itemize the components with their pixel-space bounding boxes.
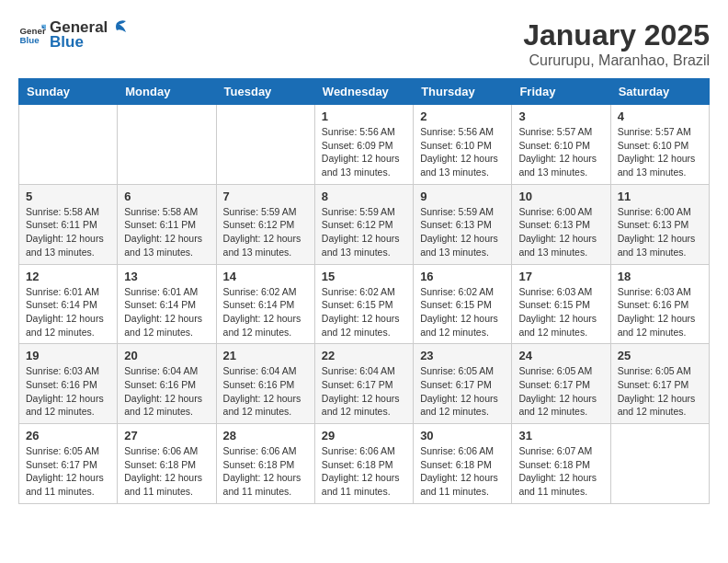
day-info: Sunrise: 6:03 AM Sunset: 6:16 PM Dayligh…	[618, 285, 702, 339]
day-of-week-header: Sunday	[19, 79, 118, 105]
day-info: Sunrise: 5:59 AM Sunset: 6:12 PM Dayligh…	[322, 205, 406, 259]
title-section: January 2025 Cururupu, Maranhao, Brazil	[523, 18, 710, 69]
day-info: Sunrise: 6:04 AM Sunset: 6:16 PM Dayligh…	[124, 364, 209, 419]
calendar-day-cell: 6Sunrise: 5:58 AM Sunset: 6:11 PM Daylig…	[118, 184, 216, 264]
calendar-day-cell: 13Sunrise: 6:01 AM Sunset: 6:14 PM Dayli…	[118, 264, 216, 344]
header: General Blue General Blue January 2025 C…	[18, 18, 710, 69]
day-info: Sunrise: 6:02 AM Sunset: 6:14 PM Dayligh…	[223, 285, 308, 339]
calendar-day-cell: 1Sunrise: 5:56 AM Sunset: 6:09 PM Daylig…	[314, 105, 413, 185]
day-number: 15	[322, 270, 406, 283]
day-info: Sunrise: 6:02 AM Sunset: 6:15 PM Dayligh…	[420, 285, 505, 339]
day-of-week-header: Thursday	[414, 79, 512, 105]
day-number: 20	[124, 349, 209, 362]
day-number: 19	[26, 349, 110, 362]
calendar-day-cell: 15Sunrise: 6:02 AM Sunset: 6:15 PM Dayli…	[314, 264, 413, 344]
day-number: 6	[124, 190, 209, 203]
day-number: 4	[618, 109, 702, 123]
day-info: Sunrise: 6:05 AM Sunset: 6:17 PM Dayligh…	[518, 364, 603, 419]
day-number: 18	[618, 270, 702, 283]
day-number: 9	[420, 190, 505, 203]
day-info: Sunrise: 5:58 AM Sunset: 6:11 PM Dayligh…	[26, 205, 110, 259]
calendar-day-cell: 11Sunrise: 6:00 AM Sunset: 6:13 PM Dayli…	[610, 184, 709, 264]
day-number: 21	[223, 349, 308, 362]
calendar-day-cell: 4Sunrise: 5:57 AM Sunset: 6:10 PM Daylig…	[610, 105, 709, 185]
calendar-week-row: 26Sunrise: 6:05 AM Sunset: 6:17 PM Dayli…	[19, 424, 710, 504]
calendar-day-cell: 24Sunrise: 6:05 AM Sunset: 6:17 PM Dayli…	[512, 344, 610, 424]
calendar-day-cell: 27Sunrise: 6:06 AM Sunset: 6:18 PM Dayli…	[118, 424, 216, 504]
day-info: Sunrise: 6:06 AM Sunset: 6:18 PM Dayligh…	[420, 444, 505, 499]
calendar-day-cell: 12Sunrise: 6:01 AM Sunset: 6:14 PM Dayli…	[19, 264, 118, 344]
calendar-day-cell: 7Sunrise: 5:59 AM Sunset: 6:12 PM Daylig…	[216, 184, 314, 264]
calendar-header-row: SundayMondayTuesdayWednesdayThursdayFrid…	[19, 79, 710, 105]
calendar-day-cell	[610, 424, 709, 504]
day-number: 14	[223, 270, 308, 283]
day-of-week-header: Friday	[512, 79, 610, 105]
day-of-week-header: Monday	[118, 79, 216, 105]
day-number: 31	[518, 429, 603, 442]
day-info: Sunrise: 6:04 AM Sunset: 6:16 PM Dayligh…	[223, 364, 308, 419]
calendar-title: January 2025	[523, 18, 710, 52]
calendar-day-cell: 10Sunrise: 6:00 AM Sunset: 6:13 PM Dayli…	[512, 184, 610, 264]
calendar-week-row: 19Sunrise: 6:03 AM Sunset: 6:16 PM Dayli…	[19, 344, 710, 424]
day-info: Sunrise: 6:05 AM Sunset: 6:17 PM Dayligh…	[420, 364, 505, 419]
calendar-day-cell: 5Sunrise: 5:58 AM Sunset: 6:11 PM Daylig…	[19, 184, 118, 264]
calendar-table: SundayMondayTuesdayWednesdayThursdayFrid…	[18, 78, 710, 504]
day-info: Sunrise: 6:07 AM Sunset: 6:18 PM Dayligh…	[518, 444, 603, 499]
day-number: 29	[322, 429, 406, 442]
calendar-day-cell: 14Sunrise: 6:02 AM Sunset: 6:14 PM Dayli…	[216, 264, 314, 344]
calendar-day-cell: 9Sunrise: 5:59 AM Sunset: 6:13 PM Daylig…	[414, 184, 512, 264]
day-number: 7	[223, 190, 308, 203]
day-number: 10	[518, 190, 603, 203]
calendar-day-cell: 19Sunrise: 6:03 AM Sunset: 6:16 PM Dayli…	[19, 344, 118, 424]
calendar-day-cell: 30Sunrise: 6:06 AM Sunset: 6:18 PM Dayli…	[414, 424, 512, 504]
day-of-week-header: Wednesday	[314, 79, 413, 105]
day-info: Sunrise: 6:02 AM Sunset: 6:15 PM Dayligh…	[322, 285, 406, 339]
day-info: Sunrise: 6:03 AM Sunset: 6:15 PM Dayligh…	[518, 285, 603, 339]
calendar-day-cell: 17Sunrise: 6:03 AM Sunset: 6:15 PM Dayli…	[512, 264, 610, 344]
calendar-day-cell: 16Sunrise: 6:02 AM Sunset: 6:15 PM Dayli…	[414, 264, 512, 344]
calendar-day-cell: 8Sunrise: 5:59 AM Sunset: 6:12 PM Daylig…	[314, 184, 413, 264]
day-info: Sunrise: 6:06 AM Sunset: 6:18 PM Dayligh…	[223, 444, 308, 499]
day-info: Sunrise: 6:00 AM Sunset: 6:13 PM Dayligh…	[618, 205, 702, 259]
calendar-day-cell: 25Sunrise: 6:05 AM Sunset: 6:17 PM Dayli…	[610, 344, 709, 424]
day-number: 22	[322, 349, 406, 362]
day-info: Sunrise: 6:00 AM Sunset: 6:13 PM Dayligh…	[518, 205, 603, 259]
day-info: Sunrise: 5:57 AM Sunset: 6:10 PM Dayligh…	[518, 125, 603, 179]
day-info: Sunrise: 6:05 AM Sunset: 6:17 PM Dayligh…	[618, 364, 702, 419]
day-number: 1	[322, 109, 406, 123]
calendar-day-cell: 2Sunrise: 5:56 AM Sunset: 6:10 PM Daylig…	[414, 105, 512, 185]
day-number: 8	[322, 190, 406, 203]
day-number: 11	[618, 190, 702, 203]
day-info: Sunrise: 5:59 AM Sunset: 6:13 PM Dayligh…	[420, 205, 505, 259]
svg-text:Blue: Blue	[20, 35, 40, 45]
calendar-week-row: 5Sunrise: 5:58 AM Sunset: 6:11 PM Daylig…	[19, 184, 710, 264]
calendar-day-cell	[118, 105, 216, 185]
calendar-day-cell: 29Sunrise: 6:06 AM Sunset: 6:18 PM Dayli…	[314, 424, 413, 504]
calendar-day-cell: 28Sunrise: 6:06 AM Sunset: 6:18 PM Dayli…	[216, 424, 314, 504]
day-number: 16	[420, 270, 505, 283]
calendar-day-cell: 18Sunrise: 6:03 AM Sunset: 6:16 PM Dayli…	[610, 264, 709, 344]
calendar-day-cell: 26Sunrise: 6:05 AM Sunset: 6:17 PM Dayli…	[19, 424, 118, 504]
day-number: 2	[420, 109, 505, 123]
day-number: 24	[518, 349, 603, 362]
logo-bird-icon	[108, 19, 128, 36]
day-info: Sunrise: 6:06 AM Sunset: 6:18 PM Dayligh…	[322, 444, 406, 499]
day-of-week-header: Saturday	[610, 79, 709, 105]
day-number: 27	[124, 429, 209, 442]
day-number: 3	[518, 109, 603, 123]
day-info: Sunrise: 5:56 AM Sunset: 6:09 PM Dayligh…	[322, 125, 406, 179]
calendar-day-cell	[216, 105, 314, 185]
day-of-week-header: Tuesday	[216, 79, 314, 105]
calendar-week-row: 1Sunrise: 5:56 AM Sunset: 6:09 PM Daylig…	[19, 105, 710, 185]
day-info: Sunrise: 5:57 AM Sunset: 6:10 PM Dayligh…	[618, 125, 702, 179]
day-info: Sunrise: 6:03 AM Sunset: 6:16 PM Dayligh…	[26, 364, 110, 419]
day-number: 23	[420, 349, 505, 362]
calendar-day-cell: 22Sunrise: 6:04 AM Sunset: 6:17 PM Dayli…	[314, 344, 413, 424]
day-info: Sunrise: 5:59 AM Sunset: 6:12 PM Dayligh…	[223, 205, 308, 259]
calendar-day-cell: 20Sunrise: 6:04 AM Sunset: 6:16 PM Dayli…	[118, 344, 216, 424]
calendar-day-cell: 23Sunrise: 6:05 AM Sunset: 6:17 PM Dayli…	[414, 344, 512, 424]
calendar-day-cell	[19, 105, 118, 185]
day-info: Sunrise: 6:01 AM Sunset: 6:14 PM Dayligh…	[26, 285, 110, 339]
day-info: Sunrise: 5:56 AM Sunset: 6:10 PM Dayligh…	[420, 125, 505, 179]
day-number: 5	[26, 190, 110, 203]
